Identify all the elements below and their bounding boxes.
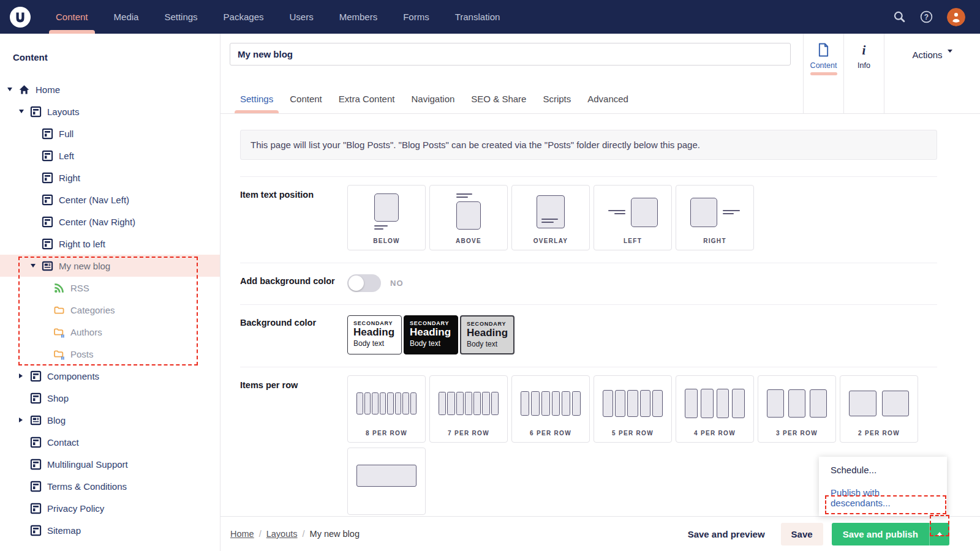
tab-navigation[interactable]: Navigation xyxy=(411,94,454,113)
save-and-publish-button[interactable]: Save and publish xyxy=(832,523,929,545)
breadcrumb-home[interactable]: Home xyxy=(230,529,254,539)
tree-item-full[interactable]: Full xyxy=(0,122,220,144)
items-per-row-option-6[interactable]: 6 PER ROW xyxy=(511,375,590,443)
items-per-row-option-3[interactable]: 3 PER ROW xyxy=(758,375,836,443)
tree-item-layouts[interactable]: Layouts xyxy=(0,100,220,122)
thumbnail-text-lines xyxy=(456,193,472,198)
item-box xyxy=(685,389,698,418)
tab-seo-share[interactable]: SEO & Share xyxy=(471,94,526,113)
tree-item-label: My new blog xyxy=(59,261,110,271)
search-icon[interactable] xyxy=(893,10,906,23)
tree-item-components[interactable]: Components xyxy=(0,365,220,387)
tree-caret-icon[interactable] xyxy=(31,264,42,268)
tree-item-contact[interactable]: Contact xyxy=(0,431,220,453)
option-label: 5 PER ROW xyxy=(594,430,671,437)
menu-item-publish-with-descendants[interactable]: Publish with descendants... xyxy=(819,481,947,514)
items-per-row-option-4[interactable]: 4 PER ROW xyxy=(676,375,754,443)
items-per-row-option-5[interactable]: 5 PER ROW xyxy=(594,375,672,443)
tree-item-rss[interactable]: RSS xyxy=(0,277,220,299)
text-line xyxy=(608,210,625,211)
item-box xyxy=(491,392,499,415)
menu-item-schedule[interactable]: Schedule... xyxy=(819,459,947,481)
swatch-heading: Heading xyxy=(410,326,452,339)
help-icon[interactable]: ? xyxy=(920,10,933,23)
thumbnail-right xyxy=(690,198,740,227)
tree-item-label: Terms & Conditions xyxy=(47,481,127,492)
tree-item-center-nav-left[interactable]: Center (Nav Left) xyxy=(0,189,220,211)
tree-item-blog[interactable]: Blog xyxy=(0,409,220,431)
nav-item-members[interactable]: Members xyxy=(326,0,391,34)
background-color-swatch-3[interactable]: SECONDARYHeadingBody text xyxy=(460,315,514,354)
tree-item-label: Categories xyxy=(70,305,115,315)
items-per-row-option-1[interactable] xyxy=(347,448,426,515)
tree-caret-icon[interactable] xyxy=(19,418,30,422)
option-label: 8 PER ROW xyxy=(348,430,425,437)
nav-item-users[interactable]: Users xyxy=(276,0,326,34)
tab-scripts[interactable]: Scripts xyxy=(543,94,571,113)
tree-item-left[interactable]: Left xyxy=(0,144,220,167)
tree-item-right[interactable]: Right xyxy=(0,167,220,189)
save-and-preview-button[interactable]: Save and preview xyxy=(688,529,765,539)
layout-icon xyxy=(30,437,43,448)
nav-item-settings[interactable]: Settings xyxy=(151,0,210,34)
text-position-option-below[interactable]: BELOW xyxy=(347,185,426,250)
tab-settings[interactable]: Settings xyxy=(240,94,273,113)
tree-item-multilingual-support[interactable]: Multilingual Support xyxy=(0,453,220,475)
text-position-option-overlay[interactable]: OVERLAY xyxy=(511,185,590,250)
info-view-tab[interactable]: i Info xyxy=(843,34,884,113)
background-color-swatch-2[interactable]: SECONDARYHeadingBody text xyxy=(404,315,458,354)
tree-item-posts[interactable]: Posts xyxy=(0,343,220,365)
nav-item-packages[interactable]: Packages xyxy=(211,0,277,34)
tree-item-categories[interactable]: Categories xyxy=(0,299,220,321)
content-tree-sidebar: Content HomeLayoutsFullLeftRightCenter (… xyxy=(0,34,221,551)
content-view-tab[interactable]: Content xyxy=(803,34,843,113)
text-position-option-left[interactable]: LEFT xyxy=(594,185,672,250)
tree-item-right-to-left[interactable]: Right to left xyxy=(0,233,220,255)
field-add-background-color: Add background color NO xyxy=(240,263,937,304)
user-avatar[interactable] xyxy=(947,8,965,26)
tab-extra-content[interactable]: Extra Content xyxy=(339,94,395,113)
tree-item-terms-conditions[interactable]: Terms & Conditions xyxy=(0,475,220,497)
items-per-row-option-2[interactable]: 2 PER ROW xyxy=(840,375,918,443)
tree-item-label: Full xyxy=(59,129,74,139)
tree-item-sitemap[interactable]: Sitemap xyxy=(0,519,220,541)
save-button[interactable]: Save xyxy=(781,523,823,545)
option-label: RIGHT xyxy=(676,238,753,244)
items-per-row-option-7[interactable]: 7 PER ROW xyxy=(429,375,508,443)
tree-item-my-new-blog[interactable]: My new blog xyxy=(0,255,220,277)
nav-item-forms[interactable]: Forms xyxy=(390,0,442,34)
item-box xyxy=(465,392,472,415)
item-box xyxy=(380,392,386,414)
tree-caret-icon[interactable] xyxy=(7,88,18,91)
text-position-option-right[interactable]: RIGHT xyxy=(676,185,754,250)
text-position-option-above[interactable]: ABOVE xyxy=(429,185,508,250)
tree-item-label: Blog xyxy=(47,415,66,425)
info-banner: This page will list your "Blog Posts". "… xyxy=(240,130,937,160)
option-label: 3 PER ROW xyxy=(758,430,835,437)
background-color-swatch-1[interactable]: SECONDARYHeadingBody text xyxy=(347,315,402,354)
breadcrumb: Home/Layouts/My new blog xyxy=(230,529,360,539)
thumbnail-left xyxy=(608,198,658,227)
nav-item-content[interactable]: Content xyxy=(43,0,101,34)
items-per-row-option-8[interactable]: 8 PER ROW xyxy=(347,375,426,443)
thumbnail-3-per-row xyxy=(767,389,827,418)
tree-item-label: Multilingual Support xyxy=(47,459,128,470)
document-title-input[interactable] xyxy=(230,43,791,66)
publish-options-caret-button[interactable] xyxy=(929,523,949,545)
tree-item-center-nav-right[interactable]: Center (Nav Right) xyxy=(0,211,220,233)
tree-item-privacy-policy[interactable]: Privacy Policy xyxy=(0,497,220,519)
background-color-toggle[interactable] xyxy=(347,274,381,292)
nav-item-media[interactable]: Media xyxy=(101,0,152,34)
tree-caret-icon[interactable] xyxy=(19,110,30,113)
nav-item-translation[interactable]: Translation xyxy=(442,0,513,34)
tree-item-home[interactable]: Home xyxy=(0,78,220,100)
tab-content[interactable]: Content xyxy=(290,94,322,113)
tree-item-authors[interactable]: Authors xyxy=(0,321,220,343)
item-box xyxy=(356,392,363,414)
actions-button[interactable]: Actions xyxy=(884,34,980,113)
tree-item-shop[interactable]: Shop xyxy=(0,387,220,409)
tree-caret-icon[interactable] xyxy=(19,373,30,378)
topnav-utilities: ? xyxy=(893,8,980,26)
breadcrumb-layouts[interactable]: Layouts xyxy=(266,529,298,539)
tab-advanced[interactable]: Advanced xyxy=(587,94,628,113)
